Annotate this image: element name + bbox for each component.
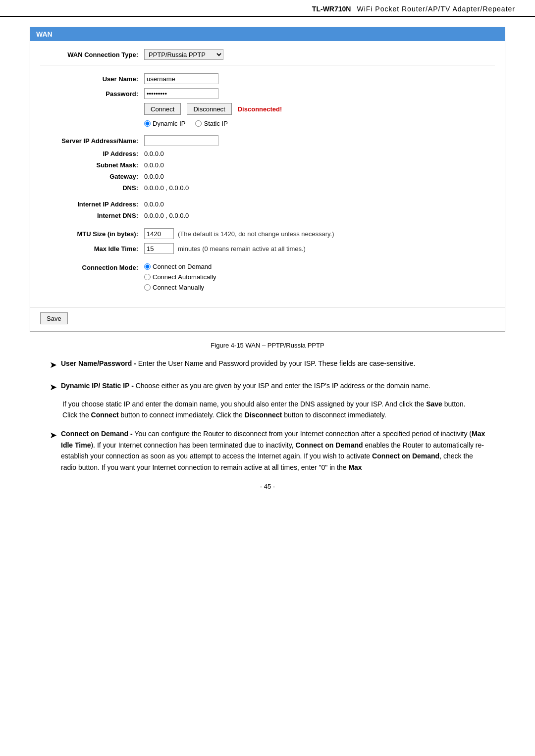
desc-item-3: ➤ Connect on Demand - You can configure … <box>50 428 485 473</box>
disconnect-bold: Disconnect <box>245 411 282 419</box>
desc-title-1: User Name/Password - <box>61 359 138 367</box>
internet-dns-value: 0.0.0.0 , 0.0.0.0 <box>144 212 189 219</box>
connect-manually-radio[interactable] <box>144 284 151 291</box>
desc-item-2-extra: If you choose static IP and enter the do… <box>62 399 466 421</box>
dynamic-ip-radio[interactable] <box>144 120 151 127</box>
max-idle-note: minutes (0 means remain active at all ti… <box>178 245 306 252</box>
server-ip-input[interactable] <box>144 135 218 146</box>
desc-item-2-header: ➤ Dynamic IP/ Static IP - Choose either … <box>50 380 430 395</box>
header-model: TL-WR710N <box>312 5 351 13</box>
desc-item-2: ➤ Dynamic IP/ Static IP - Choose either … <box>50 380 485 421</box>
connection-type-label: WAN Connection Type: <box>40 51 144 58</box>
internet-ip-row: Internet IP Address: 0.0.0.0 <box>40 201 495 208</box>
disconnect-button[interactable]: Disconnect <box>187 103 231 115</box>
bullet-3: ➤ <box>50 428 57 443</box>
mtu-value: (The default is 1420, do not change unle… <box>144 228 334 239</box>
dynamic-ip-text: Dynamic IP <box>153 120 185 127</box>
description-list: ➤ User Name/Password - Enter the User Na… <box>30 358 505 473</box>
desc-body-1: Enter the User Name and Password provide… <box>138 359 416 367</box>
header-title: WiFi Pocket Router/AP/TV Adapter/Repeate… <box>357 5 515 13</box>
ip-type-row: Dynamic IP Static IP <box>40 120 495 131</box>
server-ip-value <box>144 135 218 146</box>
disconnected-status: Disconnected! <box>238 105 282 113</box>
subnet-mask-row: Subnet Mask: 0.0.0.0 <box>40 161 495 169</box>
gateway-label: Gateway: <box>40 173 144 180</box>
connect-automatically-text: Connect Automatically <box>153 273 216 281</box>
static-ip-label[interactable]: Static IP <box>195 120 227 127</box>
connect-on-demand-text: Connect on Demand <box>153 263 212 270</box>
desc-body-2: Choose either as you are given by your I… <box>136 382 430 390</box>
dns-value: 0.0.0.0 , 0.0.0.0 <box>144 184 189 192</box>
internet-ip-value: 0.0.0.0 <box>144 201 164 208</box>
wan-box: WAN WAN Connection Type: PPTP/Russia PPT… <box>30 27 505 332</box>
dns-label: DNS: <box>40 184 144 192</box>
internet-dns-label: Internet DNS: <box>40 212 144 219</box>
password-label: Password: <box>40 90 144 98</box>
connection-mode-radios: Connect on Demand Connect Automatically … <box>144 263 216 291</box>
divider-1 <box>40 65 495 65</box>
desc-text-1: User Name/Password - Enter the User Name… <box>61 358 485 369</box>
mtu-note: (The default is 1420, do not change unle… <box>178 230 334 238</box>
desc-extra-2-1: If you choose static IP and enter the do… <box>62 399 466 409</box>
mtu-label: MTU Size (in bytes): <box>40 230 144 238</box>
max-idle-row: Max Idle Time: minutes (0 means remain a… <box>40 243 495 254</box>
static-ip-text: Static IP <box>204 120 227 127</box>
connect-manually-text: Connect Manually <box>153 284 204 291</box>
max-idle-input[interactable] <box>144 243 174 254</box>
connection-type-value: PPTP/Russia PPTP <box>144 49 223 60</box>
connect-automatically-label[interactable]: Connect Automatically <box>144 273 216 281</box>
connect-buttons-value: Connect Disconnect Disconnected! <box>144 103 282 115</box>
gateway-row: Gateway: 0.0.0.0 <box>40 173 495 180</box>
cod-bold-2: Connect on Demand <box>372 452 439 460</box>
connection-mode-options: Connect on Demand Connect Automatically … <box>144 263 216 291</box>
ip-address-row: IP Address: 0.0.0.0 <box>40 150 495 157</box>
max-bold: Max <box>348 463 362 471</box>
connection-type-row: WAN Connection Type: PPTP/Russia PPTP <box>40 49 495 60</box>
wan-header: WAN <box>30 27 505 41</box>
connect-bold: Connect <box>91 411 119 419</box>
username-row: User Name: <box>40 73 495 84</box>
subnet-mask-label: Subnet Mask: <box>40 161 144 169</box>
static-ip-radio[interactable] <box>195 120 202 127</box>
figure-caption: Figure 4-15 WAN – PPTP/Russia PPTP <box>30 342 505 349</box>
password-row: Password: <box>40 88 495 99</box>
mtu-input[interactable] <box>144 228 174 239</box>
save-button[interactable]: Save <box>40 312 68 324</box>
internet-ip-label: Internet IP Address: <box>40 201 144 208</box>
save-row: Save <box>30 307 505 331</box>
connection-mode-row: Connection Mode: Connect on Demand Conne… <box>40 263 495 291</box>
wan-body: WAN Connection Type: PPTP/Russia PPTP Us… <box>30 41 505 305</box>
desc-title-2: Dynamic IP/ Static IP - <box>61 382 136 390</box>
desc-text-2: Dynamic IP/ Static IP - Choose either as… <box>61 380 430 391</box>
bullet-2: ➤ <box>50 380 57 395</box>
spacer-2 <box>40 223 495 228</box>
connect-automatically-radio[interactable] <box>144 274 151 280</box>
server-ip-row: Server IP Address/Name: <box>40 135 495 146</box>
connect-on-demand-radio[interactable] <box>144 263 151 270</box>
password-input[interactable] <box>144 88 218 99</box>
desc-text-3: Connect on Demand - You can configure th… <box>61 428 485 473</box>
password-value <box>144 88 218 99</box>
connect-manually-label[interactable]: Connect Manually <box>144 284 216 291</box>
dynamic-ip-label[interactable]: Dynamic IP <box>144 120 185 127</box>
server-ip-label: Server IP Address/Name: <box>40 137 144 145</box>
desc-item-1: ➤ User Name/Password - Enter the User Na… <box>50 358 485 372</box>
connect-button[interactable]: Connect <box>144 103 181 115</box>
ip-address-label: IP Address: <box>40 150 144 157</box>
page-header: TL-WR710N WiFi Pocket Router/AP/TV Adapt… <box>0 0 535 17</box>
internet-dns-row: Internet DNS: 0.0.0.0 , 0.0.0.0 <box>40 212 495 219</box>
dns-row: DNS: 0.0.0.0 , 0.0.0.0 <box>40 184 495 192</box>
connection-type-select[interactable]: PPTP/Russia PPTP <box>144 49 223 60</box>
username-input[interactable] <box>144 73 218 84</box>
save-bold: Save <box>426 400 442 408</box>
bullet-1: ➤ <box>50 358 57 372</box>
username-value <box>144 73 218 84</box>
ip-radio-row: Dynamic IP Static IP <box>144 120 228 127</box>
page-number: - 45 - <box>30 483 505 500</box>
desc-extra-2-2: Click the Connect button to connect imme… <box>62 409 466 420</box>
connect-on-demand-label[interactable]: Connect on Demand <box>144 263 216 270</box>
gateway-value: 0.0.0.0 <box>144 173 164 180</box>
spacer-3 <box>40 258 495 263</box>
max-idle-value: minutes (0 means remain active at all ti… <box>144 243 306 254</box>
connection-mode-label: Connection Mode: <box>40 263 144 271</box>
